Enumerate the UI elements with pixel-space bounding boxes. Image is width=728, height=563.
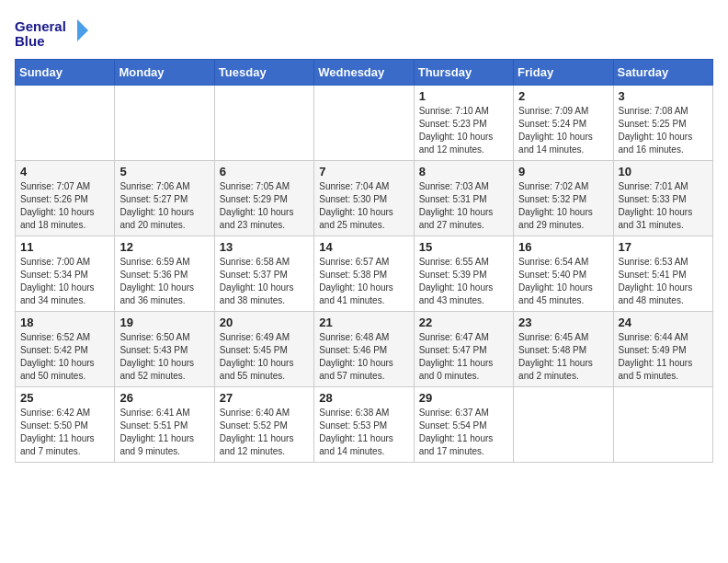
header-sunday: Sunday	[16, 60, 115, 86]
day-number: 22	[419, 316, 508, 329]
calendar-cell: 5Sunrise: 7:06 AM Sunset: 5:27 PM Daylig…	[115, 161, 214, 236]
week-row-2: 11Sunrise: 7:00 AM Sunset: 5:34 PM Dayli…	[16, 236, 713, 312]
week-row-1: 4Sunrise: 7:07 AM Sunset: 5:26 PM Daylig…	[16, 161, 713, 236]
calendar-cell: 14Sunrise: 6:57 AM Sunset: 5:38 PM Dayli…	[314, 236, 414, 312]
calendar-cell: 8Sunrise: 7:03 AM Sunset: 5:31 PM Daylig…	[414, 161, 513, 236]
day-number: 6	[220, 165, 309, 178]
day-info: Sunrise: 7:02 AM Sunset: 5:32 PM Dayligh…	[518, 180, 608, 232]
calendar-cell: 4Sunrise: 7:07 AM Sunset: 5:26 PM Daylig…	[16, 161, 115, 236]
calendar-cell: 25Sunrise: 6:42 AM Sunset: 5:50 PM Dayli…	[16, 387, 115, 463]
day-info: Sunrise: 7:00 AM Sunset: 5:34 PM Dayligh…	[20, 256, 109, 307]
day-number: 13	[220, 240, 309, 254]
day-info: Sunrise: 6:55 AM Sunset: 5:39 PM Dayligh…	[419, 256, 508, 307]
header-monday: Monday	[115, 60, 214, 86]
logo: General Blue	[15, 15, 88, 52]
day-number: 26	[119, 391, 209, 405]
day-info: Sunrise: 7:03 AM Sunset: 5:31 PM Dayligh…	[419, 180, 508, 232]
calendar-cell: 16Sunrise: 6:54 AM Sunset: 5:40 PM Dayli…	[514, 236, 613, 312]
calendar-cell: 22Sunrise: 6:47 AM Sunset: 5:47 PM Dayli…	[414, 312, 513, 387]
day-number: 28	[319, 391, 408, 405]
day-number: 5	[119, 165, 209, 178]
day-info: Sunrise: 7:06 AM Sunset: 5:27 PM Dayligh…	[119, 180, 209, 232]
day-number: 9	[518, 165, 608, 178]
day-info: Sunrise: 6:40 AM Sunset: 5:52 PM Dayligh…	[220, 407, 309, 458]
header-thursday: Thursday	[414, 60, 513, 86]
day-info: Sunrise: 7:07 AM Sunset: 5:26 PM Dayligh…	[20, 180, 109, 232]
day-info: Sunrise: 7:08 AM Sunset: 5:25 PM Dayligh…	[619, 105, 708, 156]
calendar-cell: 10Sunrise: 7:01 AM Sunset: 5:33 PM Dayli…	[613, 161, 712, 236]
day-number: 3	[619, 89, 708, 103]
day-info: Sunrise: 6:48 AM Sunset: 5:46 PM Dayligh…	[319, 331, 408, 383]
day-number: 16	[518, 240, 608, 254]
week-row-3: 18Sunrise: 6:52 AM Sunset: 5:42 PM Dayli…	[16, 312, 713, 387]
day-info: Sunrise: 7:04 AM Sunset: 5:30 PM Dayligh…	[319, 180, 408, 232]
calendar-table: SundayMondayTuesdayWednesdayThursdayFrid…	[15, 59, 713, 463]
calendar-cell: 23Sunrise: 6:45 AM Sunset: 5:48 PM Dayli…	[514, 312, 613, 387]
header-friday: Friday	[514, 60, 613, 86]
day-info: Sunrise: 6:53 AM Sunset: 5:41 PM Dayligh…	[619, 256, 708, 307]
day-number: 23	[518, 316, 608, 329]
day-info: Sunrise: 6:59 AM Sunset: 5:36 PM Dayligh…	[119, 256, 209, 307]
day-number: 21	[319, 316, 408, 329]
day-number: 1	[419, 89, 508, 103]
day-number: 24	[619, 316, 708, 329]
day-number: 27	[220, 391, 309, 405]
day-info: Sunrise: 6:54 AM Sunset: 5:40 PM Dayligh…	[518, 256, 608, 307]
day-info: Sunrise: 7:05 AM Sunset: 5:29 PM Dayligh…	[220, 180, 309, 232]
calendar-cell: 12Sunrise: 6:59 AM Sunset: 5:36 PM Dayli…	[115, 236, 214, 312]
day-number: 4	[20, 165, 109, 178]
calendar-cell: 7Sunrise: 7:04 AM Sunset: 5:30 PM Daylig…	[314, 161, 414, 236]
header: General Blue	[15, 15, 713, 52]
day-info: Sunrise: 6:38 AM Sunset: 5:53 PM Dayligh…	[319, 407, 408, 458]
day-info: Sunrise: 6:58 AM Sunset: 5:37 PM Dayligh…	[220, 256, 309, 307]
week-row-0: 1Sunrise: 7:10 AM Sunset: 5:23 PM Daylig…	[16, 86, 713, 161]
day-number: 19	[119, 316, 209, 329]
svg-text:Blue: Blue	[15, 33, 45, 49]
calendar-cell: 11Sunrise: 7:00 AM Sunset: 5:34 PM Dayli…	[16, 236, 115, 312]
calendar-cell: 20Sunrise: 6:49 AM Sunset: 5:45 PM Dayli…	[214, 312, 313, 387]
svg-marker-2	[77, 19, 88, 41]
calendar-cell	[514, 387, 613, 463]
calendar-cell	[214, 86, 313, 161]
day-number: 15	[419, 240, 508, 254]
calendar-cell: 2Sunrise: 7:09 AM Sunset: 5:24 PM Daylig…	[514, 86, 613, 161]
header-wednesday: Wednesday	[314, 60, 414, 86]
calendar-cell	[115, 86, 214, 161]
day-info: Sunrise: 6:57 AM Sunset: 5:38 PM Dayligh…	[319, 256, 408, 307]
day-info: Sunrise: 7:09 AM Sunset: 5:24 PM Dayligh…	[518, 105, 608, 156]
day-info: Sunrise: 6:50 AM Sunset: 5:43 PM Dayligh…	[119, 331, 209, 383]
day-info: Sunrise: 6:47 AM Sunset: 5:47 PM Dayligh…	[419, 331, 508, 383]
day-info: Sunrise: 6:42 AM Sunset: 5:50 PM Dayligh…	[20, 407, 109, 458]
week-row-4: 25Sunrise: 6:42 AM Sunset: 5:50 PM Dayli…	[16, 387, 713, 463]
day-number: 8	[419, 165, 508, 178]
calendar-cell: 28Sunrise: 6:38 AM Sunset: 5:53 PM Dayli…	[314, 387, 414, 463]
calendar-cell	[613, 387, 712, 463]
day-number: 2	[518, 89, 608, 103]
header-tuesday: Tuesday	[214, 60, 313, 86]
calendar-cell: 15Sunrise: 6:55 AM Sunset: 5:39 PM Dayli…	[414, 236, 513, 312]
day-number: 17	[619, 240, 708, 254]
calendar-cell	[314, 86, 414, 161]
day-info: Sunrise: 6:44 AM Sunset: 5:49 PM Dayligh…	[619, 331, 708, 383]
calendar-cell	[16, 86, 115, 161]
day-number: 14	[319, 240, 408, 254]
day-number: 7	[319, 165, 408, 178]
calendar-cell: 21Sunrise: 6:48 AM Sunset: 5:46 PM Dayli…	[314, 312, 414, 387]
calendar-cell: 26Sunrise: 6:41 AM Sunset: 5:51 PM Dayli…	[115, 387, 214, 463]
day-info: Sunrise: 6:37 AM Sunset: 5:54 PM Dayligh…	[419, 407, 508, 458]
day-number: 12	[119, 240, 209, 254]
calendar-cell: 27Sunrise: 6:40 AM Sunset: 5:52 PM Dayli…	[214, 387, 313, 463]
day-info: Sunrise: 7:10 AM Sunset: 5:23 PM Dayligh…	[419, 105, 508, 156]
day-info: Sunrise: 6:45 AM Sunset: 5:48 PM Dayligh…	[518, 331, 608, 383]
day-number: 10	[619, 165, 708, 178]
svg-text:General: General	[15, 18, 66, 34]
calendar-cell: 9Sunrise: 7:02 AM Sunset: 5:32 PM Daylig…	[514, 161, 613, 236]
day-number: 18	[20, 316, 109, 329]
logo-svg: General Blue	[15, 15, 88, 52]
calendar-cell: 3Sunrise: 7:08 AM Sunset: 5:25 PM Daylig…	[613, 86, 712, 161]
calendar-cell: 17Sunrise: 6:53 AM Sunset: 5:41 PM Dayli…	[613, 236, 712, 312]
calendar-cell: 24Sunrise: 6:44 AM Sunset: 5:49 PM Dayli…	[613, 312, 712, 387]
calendar-cell: 19Sunrise: 6:50 AM Sunset: 5:43 PM Dayli…	[115, 312, 214, 387]
calendar-cell: 13Sunrise: 6:58 AM Sunset: 5:37 PM Dayli…	[214, 236, 313, 312]
day-number: 29	[419, 391, 508, 405]
